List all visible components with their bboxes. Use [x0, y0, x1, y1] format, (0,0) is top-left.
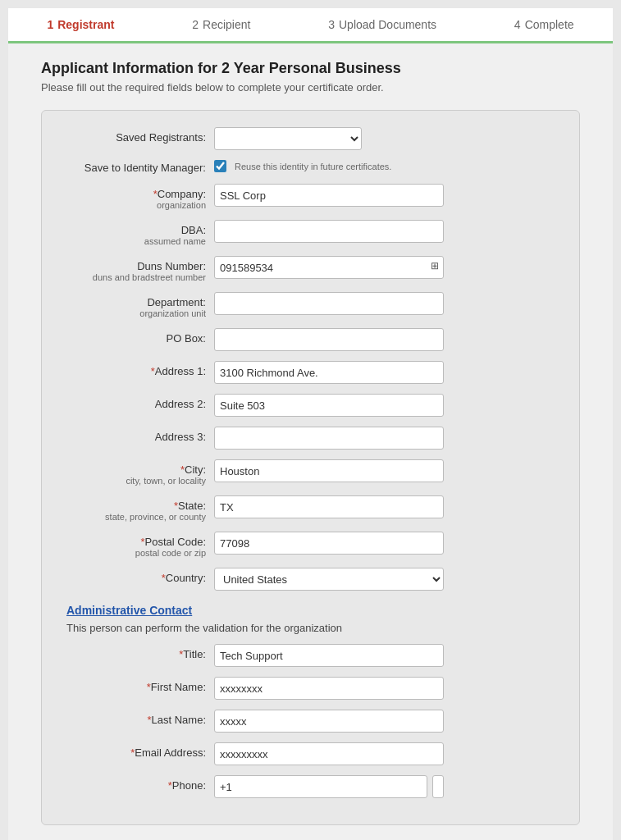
- address1-row: *Address 1:: [66, 361, 555, 384]
- page-subtitle: Please fill out the required fields belo…: [41, 81, 580, 94]
- address1-label: *Address 1:: [66, 361, 214, 377]
- country-row: *Country: United States Canada United Ki…: [66, 568, 555, 591]
- save-identity-row: Save to Identity Manager: Reuse this ide…: [66, 160, 555, 174]
- city-control: [214, 459, 444, 482]
- department-input[interactable]: [214, 292, 444, 315]
- email-row: *Email Address:: [66, 742, 555, 765]
- city-row: *City: city, town, or locality: [66, 459, 555, 486]
- page-title: Applicant Information for 2 Year Persona…: [41, 60, 580, 77]
- address3-label: Address 3:: [66, 427, 214, 443]
- phone-row: *Phone:: [66, 775, 555, 798]
- address1-control: [214, 361, 444, 384]
- address3-control: [214, 427, 444, 450]
- save-identity-checkbox[interactable]: [214, 160, 226, 172]
- postal-control: [214, 532, 444, 555]
- country-control: United States Canada United Kingdom Aust…: [214, 568, 444, 591]
- form-card: Saved Registrants: Save to Identity Mana…: [41, 110, 580, 825]
- dba-input[interactable]: [214, 220, 444, 243]
- title-label: *Title:: [66, 644, 214, 660]
- address2-row: Address 2:: [66, 394, 555, 417]
- saved-registrants-label: Saved Registrants:: [66, 127, 214, 144]
- main-content: Applicant Information for 2 Year Persona…: [8, 43, 613, 840]
- company-input[interactable]: [214, 184, 444, 207]
- duns-row: Duns Number: duns and bradstreet number …: [66, 256, 555, 282]
- email-input[interactable]: [214, 742, 444, 765]
- phone-number-input[interactable]: [432, 775, 444, 798]
- department-control: [214, 292, 444, 315]
- step-registrant[interactable]: 1 Registrant: [47, 18, 114, 31]
- address2-control: [214, 394, 444, 417]
- country-label: *Country:: [66, 568, 214, 584]
- firstname-label: *First Name:: [66, 677, 214, 693]
- lastname-row: *Last Name:: [66, 710, 555, 733]
- postal-input[interactable]: [214, 532, 444, 555]
- pobox-input[interactable]: [214, 328, 444, 351]
- step-4-number: 4: [514, 18, 521, 31]
- step-complete[interactable]: 4 Complete: [514, 18, 574, 31]
- email-label: *Email Address:: [66, 742, 214, 759]
- title-control: [214, 644, 444, 667]
- saved-registrants-select[interactable]: [214, 127, 362, 150]
- firstname-row: *First Name:: [66, 677, 555, 700]
- email-control: [214, 742, 444, 765]
- step-3-number: 3: [328, 18, 335, 31]
- saved-registrants-row: Saved Registrants:: [66, 127, 555, 150]
- state-input[interactable]: [214, 495, 444, 518]
- admin-contact-title: Administrative Contact: [66, 604, 555, 617]
- step-1-label: Registrant: [57, 18, 114, 31]
- step-4-label: Complete: [525, 18, 574, 31]
- step-recipient[interactable]: 2 Recipient: [192, 18, 250, 31]
- pobox-label: PO Box:: [66, 328, 214, 345]
- state-label: *State: state, province, or county: [66, 495, 214, 522]
- save-identity-desc: Reuse this identity in future certificat…: [235, 160, 391, 171]
- pobox-control: [214, 328, 444, 351]
- postal-row: *Postal Code: postal code or zip: [66, 532, 555, 558]
- firstname-input[interactable]: [214, 677, 444, 700]
- phone-country-input[interactable]: [214, 775, 427, 798]
- phone-group: [214, 775, 444, 798]
- step-2-number: 2: [192, 18, 199, 31]
- phone-label: *Phone:: [66, 775, 214, 792]
- lastname-input[interactable]: [214, 710, 444, 733]
- step-2-label: Recipient: [203, 18, 250, 31]
- firstname-control: [214, 677, 444, 700]
- title-input[interactable]: [214, 644, 444, 667]
- company-control: [214, 184, 444, 207]
- postal-label: *Postal Code: postal code or zip: [66, 532, 214, 558]
- dba-label: DBA: assumed name: [66, 220, 214, 246]
- address3-input[interactable]: [214, 427, 444, 450]
- city-label: *City: city, town, or locality: [66, 459, 214, 486]
- duns-control: ⊞: [214, 256, 444, 279]
- dba-row: DBA: assumed name: [66, 220, 555, 246]
- progress-bar: 1 Registrant 2 Recipient 3 Upload Docume…: [8, 8, 613, 43]
- step-upload[interactable]: 3 Upload Documents: [328, 18, 436, 31]
- save-identity-label: Save to Identity Manager:: [66, 160, 214, 174]
- saved-registrants-control: [214, 127, 444, 150]
- duns-input[interactable]: [214, 256, 444, 279]
- dba-control: [214, 220, 444, 243]
- company-label: *Company: organization: [66, 184, 214, 210]
- title-row: *Title:: [66, 644, 555, 667]
- pobox-row: PO Box:: [66, 328, 555, 351]
- step-1-number: 1: [47, 18, 53, 31]
- address3-row: Address 3:: [66, 427, 555, 450]
- duns-icon: ⊞: [431, 260, 439, 272]
- company-row: *Company: organization: [66, 184, 555, 210]
- department-label: Department: organization unit: [66, 292, 214, 318]
- country-select[interactable]: United States Canada United Kingdom Aust…: [214, 568, 444, 591]
- state-row: *State: state, province, or county: [66, 495, 555, 522]
- address1-input[interactable]: [214, 361, 444, 384]
- step-3-label: Upload Documents: [339, 18, 436, 31]
- state-control: [214, 495, 444, 518]
- department-row: Department: organization unit: [66, 292, 555, 318]
- lastname-label: *Last Name:: [66, 710, 214, 726]
- duns-label: Duns Number: duns and bradstreet number: [66, 256, 214, 282]
- phone-control: [214, 775, 444, 798]
- lastname-control: [214, 710, 444, 733]
- address2-input[interactable]: [214, 394, 444, 417]
- city-input[interactable]: [214, 459, 444, 482]
- address2-label: Address 2:: [66, 394, 214, 410]
- admin-contact-desc: This person can perform the validation f…: [66, 622, 555, 634]
